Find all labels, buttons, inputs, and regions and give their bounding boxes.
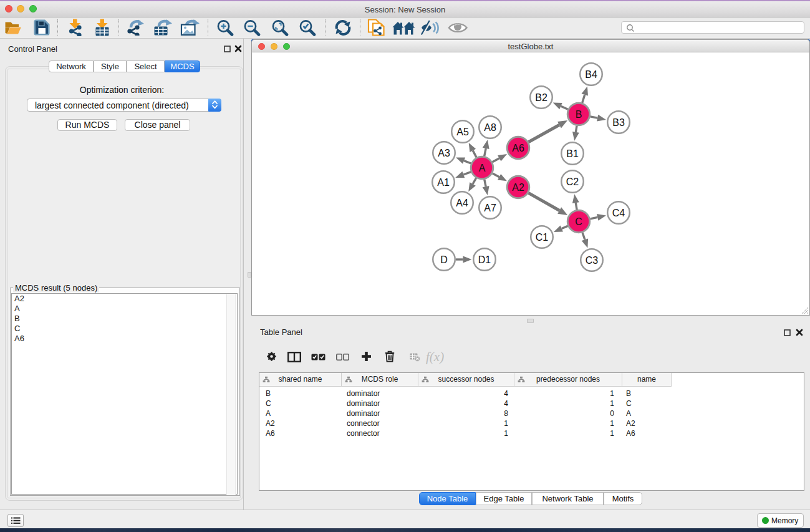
svg-text:A5: A5 [456, 127, 469, 137]
svg-text:B: B [576, 109, 582, 120]
svg-text:D1: D1 [478, 254, 491, 265]
svg-text:A1: A1 [437, 177, 450, 188]
svg-text:A: A [479, 163, 486, 173]
svg-text:A8: A8 [484, 122, 496, 133]
svg-text:A4: A4 [456, 198, 468, 208]
svg-text:C3: C3 [586, 255, 599, 266]
svg-text:A7: A7 [484, 203, 496, 213]
svg-text:A2: A2 [512, 182, 524, 193]
svg-text:C: C [575, 216, 582, 227]
svg-text:B1: B1 [566, 148, 579, 159]
svg-text:C4: C4 [612, 208, 625, 218]
svg-text:B2: B2 [535, 92, 547, 103]
svg-text:B4: B4 [585, 69, 597, 80]
svg-text:C1: C1 [536, 232, 549, 243]
svg-text:B3: B3 [612, 117, 625, 128]
svg-text:C2: C2 [566, 177, 579, 187]
svg-text:A6: A6 [512, 143, 524, 153]
svg-text:A3: A3 [438, 148, 450, 158]
svg-text:D: D [440, 254, 448, 265]
